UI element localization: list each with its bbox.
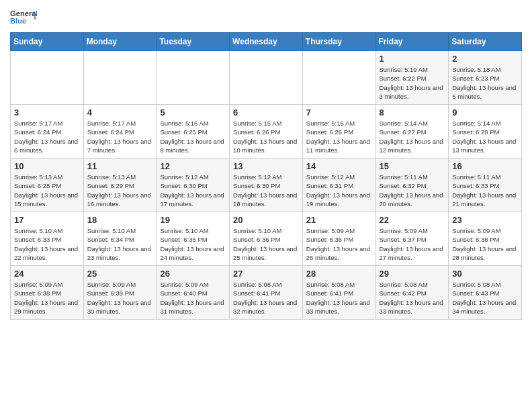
day-of-week-header: Thursday <box>302 33 375 51</box>
calendar-day-cell: 4Sunrise: 5:17 AM Sunset: 6:24 PM Daylig… <box>83 105 157 158</box>
calendar-day-cell: 2Sunrise: 5:18 AM Sunset: 6:23 PM Daylig… <box>449 51 522 105</box>
logo-icon: General Blue <box>10 7 37 27</box>
day-info: Sunrise: 5:09 AM Sunset: 6:39 PM Dayligh… <box>87 280 153 316</box>
day-info: Sunrise: 5:08 AM Sunset: 6:41 PM Dayligh… <box>233 280 299 316</box>
day-info: Sunrise: 5:18 AM Sunset: 6:23 PM Dayligh… <box>452 65 518 101</box>
calendar-day-cell <box>157 51 230 105</box>
calendar-week-row: 3Sunrise: 5:17 AM Sunset: 6:24 PM Daylig… <box>11 105 522 158</box>
day-info: Sunrise: 5:11 AM Sunset: 6:33 PM Dayligh… <box>452 173 518 208</box>
calendar-day-cell <box>230 51 303 105</box>
day-info: Sunrise: 5:09 AM Sunset: 6:40 PM Dayligh… <box>160 280 226 316</box>
day-info: Sunrise: 5:16 AM Sunset: 6:25 PM Dayligh… <box>160 119 226 154</box>
calendar-day-cell: 8Sunrise: 5:14 AM Sunset: 6:27 PM Daylig… <box>375 105 449 158</box>
calendar-day-cell: 22Sunrise: 5:09 AM Sunset: 6:37 PM Dayli… <box>375 212 449 266</box>
day-info: Sunrise: 5:09 AM Sunset: 6:38 PM Dayligh… <box>452 226 518 262</box>
day-of-week-header: Friday <box>375 33 449 51</box>
calendar-day-cell: 20Sunrise: 5:10 AM Sunset: 6:36 PM Dayli… <box>230 212 303 266</box>
calendar-day-cell: 16Sunrise: 5:11 AM Sunset: 6:33 PM Dayli… <box>449 158 522 212</box>
day-number: 4 <box>87 107 153 118</box>
calendar-day-cell: 5Sunrise: 5:16 AM Sunset: 6:25 PM Daylig… <box>157 105 230 158</box>
calendar-header: SundayMondayTuesdayWednesdayThursdayFrid… <box>11 33 522 51</box>
day-number: 3 <box>14 107 80 118</box>
calendar-day-cell: 23Sunrise: 5:09 AM Sunset: 6:38 PM Dayli… <box>449 212 522 266</box>
day-of-week-header: Tuesday <box>157 33 230 51</box>
calendar-day-cell: 27Sunrise: 5:08 AM Sunset: 6:41 PM Dayli… <box>230 266 303 320</box>
day-info: Sunrise: 5:15 AM Sunset: 6:26 PM Dayligh… <box>306 119 372 154</box>
day-number: 13 <box>233 161 299 171</box>
day-info: Sunrise: 5:14 AM Sunset: 6:27 PM Dayligh… <box>380 119 445 154</box>
calendar-day-cell: 17Sunrise: 5:10 AM Sunset: 6:33 PM Dayli… <box>11 212 84 266</box>
day-number: 28 <box>306 269 372 279</box>
day-number: 12 <box>160 161 226 171</box>
day-number: 27 <box>233 269 299 279</box>
calendar-day-cell: 9Sunrise: 5:14 AM Sunset: 6:28 PM Daylig… <box>449 105 522 158</box>
day-info: Sunrise: 5:09 AM Sunset: 6:36 PM Dayligh… <box>306 226 372 262</box>
day-info: Sunrise: 5:11 AM Sunset: 6:32 PM Dayligh… <box>380 173 445 208</box>
day-number: 5 <box>160 107 226 118</box>
day-number: 2 <box>452 54 518 64</box>
day-info: Sunrise: 5:12 AM Sunset: 6:30 PM Dayligh… <box>160 173 226 208</box>
day-number: 14 <box>306 161 372 171</box>
day-of-week-header: Wednesday <box>230 33 303 51</box>
day-info: Sunrise: 5:10 AM Sunset: 6:35 PM Dayligh… <box>160 226 226 262</box>
calendar-day-cell: 11Sunrise: 5:13 AM Sunset: 6:29 PM Dayli… <box>83 158 157 212</box>
day-number: 10 <box>14 161 80 171</box>
day-number: 8 <box>380 107 445 118</box>
day-info: Sunrise: 5:13 AM Sunset: 6:28 PM Dayligh… <box>14 173 80 208</box>
day-number: 1 <box>380 54 445 64</box>
page-header: General Blue <box>10 7 522 27</box>
day-number: 19 <box>160 215 226 225</box>
calendar-day-cell: 24Sunrise: 5:09 AM Sunset: 6:38 PM Dayli… <box>11 266 84 320</box>
day-info: Sunrise: 5:08 AM Sunset: 6:43 PM Dayligh… <box>452 280 518 316</box>
calendar-day-cell: 30Sunrise: 5:08 AM Sunset: 6:43 PM Dayli… <box>449 266 522 320</box>
day-info: Sunrise: 5:08 AM Sunset: 6:41 PM Dayligh… <box>306 280 372 316</box>
day-info: Sunrise: 5:12 AM Sunset: 6:31 PM Dayligh… <box>306 173 372 208</box>
day-number: 15 <box>380 161 445 171</box>
day-number: 16 <box>452 161 518 171</box>
day-of-week-header: Sunday <box>11 33 84 51</box>
calendar-day-cell: 1Sunrise: 5:19 AM Sunset: 6:22 PM Daylig… <box>375 51 449 105</box>
calendar-day-cell: 28Sunrise: 5:08 AM Sunset: 6:41 PM Dayli… <box>302 266 375 320</box>
logo: General Blue <box>10 7 37 27</box>
day-number: 24 <box>14 269 80 279</box>
day-number: 11 <box>87 161 153 171</box>
calendar-day-cell <box>83 51 157 105</box>
calendar-day-cell: 3Sunrise: 5:17 AM Sunset: 6:24 PM Daylig… <box>11 105 84 158</box>
day-info: Sunrise: 5:13 AM Sunset: 6:29 PM Dayligh… <box>87 173 153 208</box>
calendar-day-cell: 18Sunrise: 5:10 AM Sunset: 6:34 PM Dayli… <box>83 212 157 266</box>
calendar-day-cell: 12Sunrise: 5:12 AM Sunset: 6:30 PM Dayli… <box>157 158 230 212</box>
day-number: 20 <box>233 215 299 225</box>
day-number: 25 <box>87 269 153 279</box>
calendar-week-row: 24Sunrise: 5:09 AM Sunset: 6:38 PM Dayli… <box>11 266 522 320</box>
day-info: Sunrise: 5:08 AM Sunset: 6:42 PM Dayligh… <box>380 280 445 316</box>
calendar-day-cell <box>302 51 375 105</box>
calendar-day-cell: 19Sunrise: 5:10 AM Sunset: 6:35 PM Dayli… <box>157 212 230 266</box>
day-info: Sunrise: 5:14 AM Sunset: 6:28 PM Dayligh… <box>452 119 518 154</box>
day-of-week-header: Monday <box>83 33 157 51</box>
calendar-day-cell: 29Sunrise: 5:08 AM Sunset: 6:42 PM Dayli… <box>375 266 449 320</box>
calendar-day-cell: 13Sunrise: 5:12 AM Sunset: 6:30 PM Dayli… <box>230 158 303 212</box>
calendar-week-row: 1Sunrise: 5:19 AM Sunset: 6:22 PM Daylig… <box>11 51 522 105</box>
day-info: Sunrise: 5:10 AM Sunset: 6:34 PM Dayligh… <box>87 226 153 262</box>
calendar-day-cell: 21Sunrise: 5:09 AM Sunset: 6:36 PM Dayli… <box>302 212 375 266</box>
calendar-day-cell: 15Sunrise: 5:11 AM Sunset: 6:32 PM Dayli… <box>375 158 449 212</box>
day-info: Sunrise: 5:19 AM Sunset: 6:22 PM Dayligh… <box>380 65 445 101</box>
day-number: 18 <box>87 215 153 225</box>
calendar-week-row: 17Sunrise: 5:10 AM Sunset: 6:33 PM Dayli… <box>11 212 522 266</box>
day-number: 30 <box>452 269 518 279</box>
day-number: 6 <box>233 107 299 118</box>
day-number: 9 <box>452 107 518 118</box>
day-number: 26 <box>160 269 226 279</box>
calendar-day-cell: 7Sunrise: 5:15 AM Sunset: 6:26 PM Daylig… <box>302 105 375 158</box>
day-of-week-header: Saturday <box>449 33 522 51</box>
day-number: 7 <box>306 107 372 118</box>
day-info: Sunrise: 5:15 AM Sunset: 6:26 PM Dayligh… <box>233 119 299 154</box>
calendar-day-cell: 14Sunrise: 5:12 AM Sunset: 6:31 PM Dayli… <box>302 158 375 212</box>
calendar-table: SundayMondayTuesdayWednesdayThursdayFrid… <box>10 32 522 320</box>
day-number: 21 <box>306 215 372 225</box>
svg-text:Blue: Blue <box>10 17 26 25</box>
calendar-day-cell: 10Sunrise: 5:13 AM Sunset: 6:28 PM Dayli… <box>11 158 84 212</box>
calendar-day-cell: 26Sunrise: 5:09 AM Sunset: 6:40 PM Dayli… <box>157 266 230 320</box>
calendar-day-cell: 25Sunrise: 5:09 AM Sunset: 6:39 PM Dayli… <box>83 266 157 320</box>
day-number: 17 <box>14 215 80 225</box>
